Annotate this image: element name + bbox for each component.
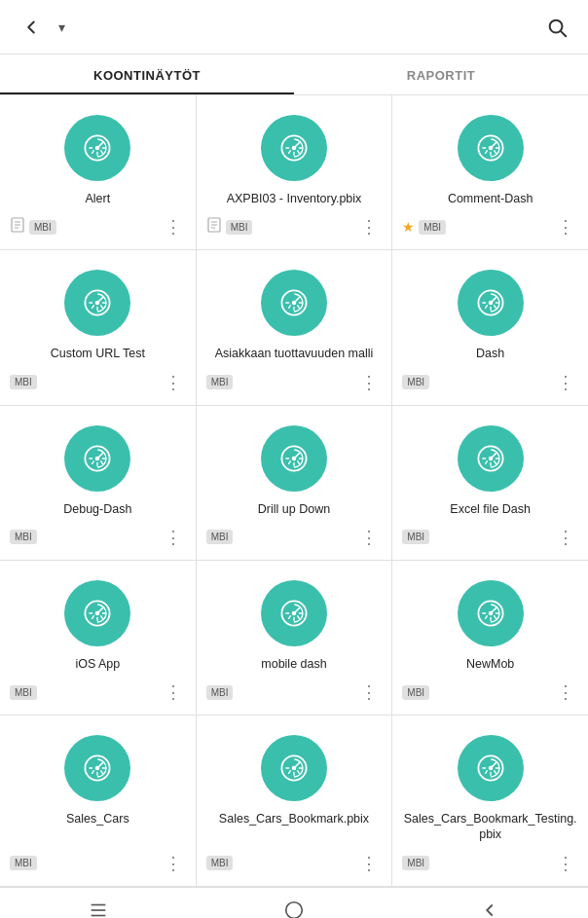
card-title: Sales_Cars [66, 811, 129, 826]
more-options-button[interactable]: ⋮ [553, 214, 578, 239]
more-options-button[interactable]: ⋮ [161, 214, 186, 239]
more-options-button[interactable]: ⋮ [161, 370, 186, 395]
card-footer: MBI ⋮ [402, 370, 578, 395]
svg-line-106 [298, 615, 300, 618]
badge-area: MBI [10, 856, 37, 870]
more-options-button[interactable]: ⋮ [356, 370, 382, 395]
badge-area: MBI [10, 530, 37, 544]
dashboard-card[interactable]: NewMob MBI ⋮ [392, 561, 588, 715]
more-options-button[interactable]: ⋮ [553, 851, 578, 876]
dashboard-card[interactable]: AXPBI03 - Inventory.pbix MBI ⋮ [197, 95, 392, 249]
dashboard-card[interactable]: Sales_Cars_Bookmark_Testing.pbix MBI ⋮ [392, 716, 588, 886]
svg-line-79 [298, 460, 300, 463]
card-icon [64, 735, 130, 801]
svg-line-77 [289, 460, 291, 463]
dashboard-card[interactable]: Alert MBI ⋮ [0, 95, 196, 249]
card-footer: MBI ⋮ [206, 214, 383, 239]
svg-line-5 [97, 142, 103, 148]
svg-line-95 [92, 615, 94, 618]
badge-area: MBI [402, 856, 429, 870]
card-icon [64, 425, 130, 492]
dashboard-card[interactable]: Excel file Dash MBI ⋮ [392, 406, 588, 560]
chevron-down-icon[interactable]: ▾ [58, 19, 65, 35]
dashboard-card[interactable]: iOS App MBI ⋮ [0, 561, 196, 715]
dashboard-grid: Alert MBI ⋮ AXPBI03 - Inventory.pbix [0, 95, 588, 887]
card-footer: MBI ⋮ [10, 214, 186, 239]
svg-line-103 [294, 606, 300, 612]
card-icon [458, 580, 524, 646]
card-footer: MBI ⋮ [10, 679, 186, 705]
dashboard-card[interactable]: Asiakkaan tuottavuuden malli MBI ⋮ [197, 250, 392, 404]
card-footer: MBI ⋮ [206, 679, 383, 705]
svg-line-32 [485, 151, 487, 154]
search-button[interactable] [541, 12, 572, 43]
star-icon: ★ [402, 219, 415, 235]
more-options-button[interactable]: ⋮ [161, 525, 186, 550]
nav-back[interactable] [392, 888, 588, 919]
svg-line-50 [289, 306, 291, 309]
svg-line-121 [97, 762, 103, 768]
badge-area: MBI [402, 375, 429, 389]
svg-line-142 [494, 771, 496, 774]
more-options-button[interactable]: ⋮ [356, 679, 382, 705]
more-options-button[interactable]: ⋮ [553, 525, 578, 550]
card-icon [458, 425, 524, 492]
header-title-area: ▾ [55, 19, 541, 35]
more-options-button[interactable]: ⋮ [161, 851, 186, 876]
dashboard-card[interactable]: Debug-Dash MBI ⋮ [0, 406, 196, 560]
sheet-icon [206, 217, 222, 237]
card-title: Comment-Dash [448, 191, 533, 206]
card-icon [64, 115, 130, 181]
svg-line-58 [491, 297, 496, 303]
dashboard-card[interactable]: Dash MBI ⋮ [392, 250, 588, 404]
card-footer: MBI ⋮ [402, 851, 578, 876]
dashboard-card[interactable]: Custom URL Test MBI ⋮ [0, 250, 196, 404]
card-footer: MBI ⋮ [206, 851, 383, 876]
card-title: Sales_Cars_Bookmark_Testing.pbix [402, 811, 578, 843]
more-options-button[interactable]: ⋮ [356, 851, 382, 876]
svg-line-61 [494, 306, 496, 309]
card-title: Debug-Dash [63, 501, 131, 517]
dashboard-card[interactable]: Sales_Cars_Bookmark.pbix MBI ⋮ [197, 716, 392, 886]
dashboard-card[interactable]: Drill up Down MBI ⋮ [197, 406, 392, 560]
card-title: AXPBI03 - Inventory.pbix [227, 191, 362, 206]
card-icon [64, 270, 130, 336]
svg-line-41 [92, 306, 94, 309]
mbi-badge: MBI [206, 530, 234, 544]
dashboard-card[interactable]: Sales_Cars MBI ⋮ [0, 716, 196, 886]
badge-area: MBI [206, 217, 253, 237]
mbi-badge: MBI [206, 856, 234, 870]
more-options-button[interactable]: ⋮ [553, 679, 578, 705]
card-title: Asiakkaan tuottavuuden malli [215, 346, 374, 361]
badge-area: MBI [402, 530, 429, 544]
dashboard-card[interactable]: mobile dash MBI ⋮ [197, 561, 392, 715]
more-options-button[interactable]: ⋮ [553, 370, 578, 395]
more-options-button[interactable]: ⋮ [161, 679, 186, 705]
dashboard-card[interactable]: Comment-Dash ★ MBI ⋮ [392, 95, 588, 249]
card-title: iOS App [75, 656, 120, 672]
svg-line-139 [491, 762, 496, 768]
card-title: Excel file Dash [450, 501, 531, 517]
bottom-navigation [0, 887, 588, 919]
svg-line-88 [494, 460, 496, 463]
nav-home[interactable] [196, 888, 391, 919]
badge-area: MBI [206, 375, 234, 389]
tab-reports[interactable]: RAPORTIT [294, 55, 588, 94]
badge-area: MBI [10, 375, 37, 389]
card-title: mobile dash [261, 656, 326, 672]
mbi-badge: MBI [206, 375, 234, 389]
card-icon [261, 735, 327, 801]
back-button[interactable] [16, 12, 47, 43]
more-options-button[interactable]: ⋮ [356, 214, 382, 239]
svg-line-112 [491, 606, 496, 612]
badge-area: ★ MBI [402, 219, 446, 235]
card-footer: MBI ⋮ [10, 851, 186, 876]
card-icon [64, 580, 130, 646]
card-footer: MBI ⋮ [402, 679, 578, 705]
nav-recents[interactable] [0, 888, 196, 919]
svg-line-113 [485, 615, 487, 618]
card-title: Dash [476, 346, 504, 361]
svg-line-40 [97, 297, 103, 303]
tab-dashboards[interactable]: KOONTINÄYTÖT [0, 55, 294, 94]
more-options-button[interactable]: ⋮ [356, 525, 382, 550]
